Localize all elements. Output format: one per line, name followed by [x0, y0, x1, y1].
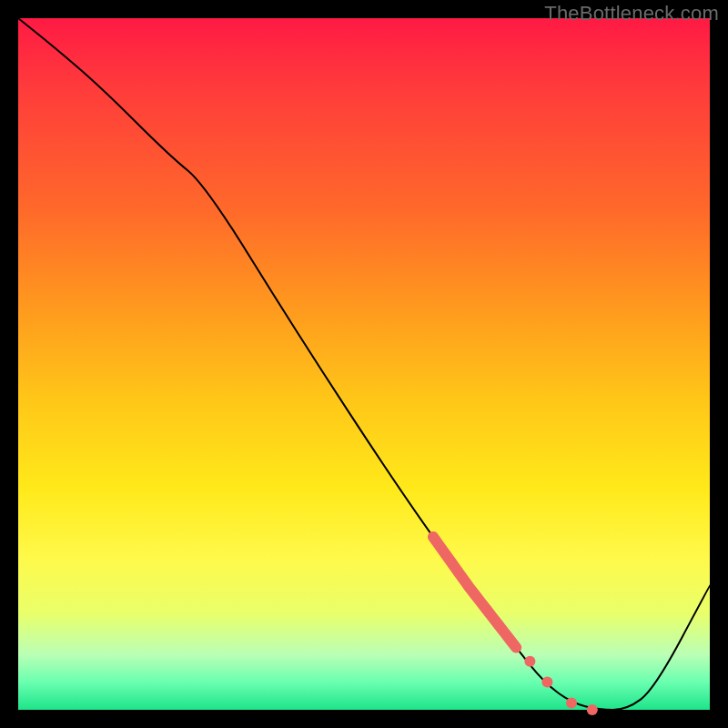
highlight-dot: [524, 656, 535, 667]
highlight-group: [433, 537, 598, 715]
plot-area: [18, 18, 710, 710]
watermark-text: TheBottleneck.com: [544, 2, 719, 25]
chart-svg: [18, 18, 710, 710]
highlight-dot: [541, 677, 552, 688]
bottleneck-curve: [18, 18, 710, 710]
highlight-dot: [566, 697, 577, 708]
chart-frame: TheBottleneck.com: [0, 0, 728, 728]
highlight-thick-segment: [433, 537, 516, 648]
highlight-dot: [587, 704, 598, 715]
